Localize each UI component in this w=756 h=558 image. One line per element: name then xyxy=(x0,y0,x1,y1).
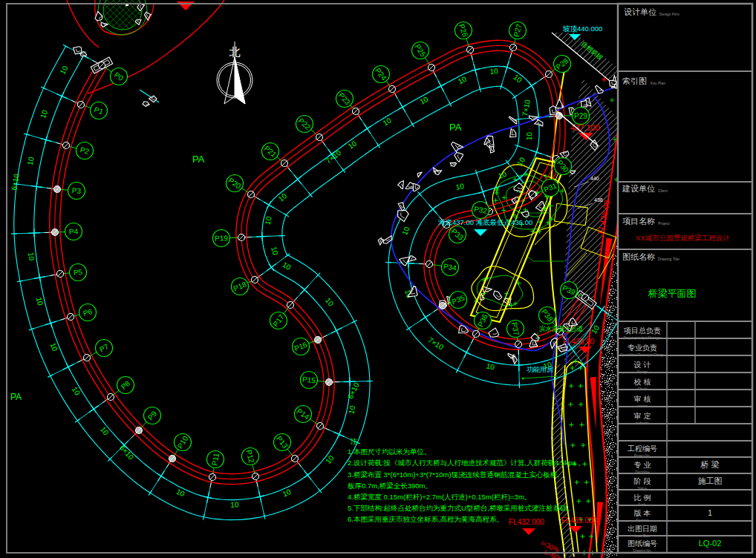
svg-text:XX城市公园景观桥梁工程设计: XX城市公园景观桥梁工程设计 xyxy=(636,234,730,242)
svg-text:authorize: authorize xyxy=(636,421,650,425)
svg-text:桥梁平面图: 桥梁平面图 xyxy=(648,288,697,299)
svg-text:图纸名称: 图纸名称 xyxy=(622,252,655,261)
svg-text:Project: Project xyxy=(658,221,670,226)
svg-text:Project principal Manager: Project principal Manager xyxy=(623,336,662,340)
svg-text:P5: P5 xyxy=(73,268,83,277)
svg-text:FL432.000: FL432.000 xyxy=(509,518,544,526)
svg-text:滨水混凝土步道: 滨水混凝土步道 xyxy=(539,325,584,332)
svg-text:Design Firm: Design Firm xyxy=(659,12,680,16)
svg-text:设计单位: 设计单位 xyxy=(624,7,656,16)
svg-text:5.下部结构:起终点处桥台均为重力式U型桥台,桥墩采用桩式灌: 5.下部结构:起终点处桥台均为重力式U型桥台,桥墩采用桩式灌注桩基础。 xyxy=(348,504,574,512)
svg-text:阶 段: 阶 段 xyxy=(634,477,651,485)
svg-text:1.本图尺寸均以米为单位。: 1.本图尺寸均以米为单位。 xyxy=(348,447,431,456)
svg-text:review: review xyxy=(637,404,648,408)
svg-text:施工图: 施工图 xyxy=(698,476,723,485)
svg-text:Project No.: Project No. xyxy=(634,454,651,458)
svg-text:Design: Design xyxy=(637,370,648,374)
svg-text:FL435.000: FL435.000 xyxy=(561,516,597,525)
svg-text:Check: Check xyxy=(638,387,648,391)
svg-text:功能用房: 功能用房 xyxy=(527,366,553,373)
svg-text:坡顶440.000: 坡顶440.000 xyxy=(562,24,602,33)
svg-text:设 计: 设 计 xyxy=(633,361,651,369)
svg-text:4.桥梁宽度 0.15m(栏杆)+2.7m(人行道)+0.1: 4.桥梁宽度 0.15m(栏杆)+2.7m(人行道)+0.15m(栏杆)=3m。 xyxy=(348,493,531,501)
svg-text:注:: 注: xyxy=(350,437,359,445)
svg-text:2.设计荷载:按《城市人行天桥与人行地道技术规范》计算,人群: 2.设计荷载:按《城市人行天桥与人行地道技术规范》计算,人群荷载4.5kpa 。 xyxy=(348,459,585,467)
svg-text:项目名称: 项目名称 xyxy=(622,217,655,226)
svg-text:审 定: 审 定 xyxy=(634,412,651,420)
svg-text:板厚0.7m,桥梁全长390m。: 板厚0.7m,桥梁全长390m。 xyxy=(348,482,432,490)
svg-text:10: 10 xyxy=(489,67,498,76)
svg-text:Drawing Title: Drawing Title xyxy=(658,257,680,261)
svg-text:校 核: 校 核 xyxy=(633,378,651,386)
svg-text:出图日期: 出图日期 xyxy=(628,525,657,533)
svg-text:10: 10 xyxy=(525,131,534,140)
svg-text:438: 438 xyxy=(594,197,603,203)
svg-text:Scale: Scale xyxy=(638,503,647,507)
svg-text:Client: Client xyxy=(658,188,668,193)
svg-text:P29: P29 xyxy=(574,112,587,120)
svg-text:比 例: 比 例 xyxy=(634,493,651,502)
svg-text:P19: P19 xyxy=(215,234,229,243)
svg-text:PA: PA xyxy=(449,122,462,133)
svg-text:Key Plan: Key Plan xyxy=(651,81,665,85)
svg-text:项目总负责: 项目总负责 xyxy=(623,326,661,335)
svg-text:Revision: Revision xyxy=(636,519,649,522)
svg-text:Specialized Person In Charge: Specialized Person In Charge xyxy=(620,353,665,357)
svg-text:1: 1 xyxy=(708,508,712,517)
svg-text:440: 440 xyxy=(590,176,599,181)
svg-text:工程编号: 工程编号 xyxy=(628,444,657,453)
svg-text:建设单位: 建设单位 xyxy=(622,184,655,193)
svg-text:专业负责: 专业负责 xyxy=(628,344,657,352)
svg-text:LQ-02: LQ-02 xyxy=(699,539,722,548)
svg-text:北: 北 xyxy=(229,45,241,58)
svg-text:P3: P3 xyxy=(71,186,81,195)
svg-text:滩底437.00 滩底最低点436.00: 滩底437.00 滩底最低点436.00 xyxy=(438,218,532,226)
svg-text:Drawing No.: Drawing No. xyxy=(633,549,652,553)
svg-text:Issue Date: Issue Date xyxy=(634,534,651,538)
svg-text:PA: PA xyxy=(192,154,205,165)
svg-text:桥 梁: 桥 梁 xyxy=(700,460,719,469)
svg-text:Discipline: Discipline xyxy=(635,470,650,474)
svg-text:P15: P15 xyxy=(302,375,316,385)
svg-text:6.本图采用重庆市独立坐标系,高程为黄海高程系。: 6.本图采用重庆市独立坐标系,高程为黄海高程系。 xyxy=(348,515,504,523)
svg-text:索引图: 索引图 xyxy=(622,76,647,85)
svg-text:版 本: 版 本 xyxy=(634,509,651,517)
svg-text:10: 10 xyxy=(27,252,36,261)
svg-text:3.桥梁布置 3*(6*10m)+3*(7*10m)现浇连续: 3.桥梁布置 3*(6*10m)+3*(7*10m)现浇连续普通钢筋混凝土实心板… xyxy=(348,470,559,479)
svg-text:Status: Status xyxy=(638,487,648,490)
svg-text:专 业: 专 业 xyxy=(634,461,651,469)
svg-text:P4: P4 xyxy=(69,227,79,235)
svg-text:10: 10 xyxy=(230,500,239,508)
svg-text:*: * xyxy=(602,75,607,89)
svg-text:437.100: 437.100 xyxy=(570,123,600,132)
svg-text:审 核: 审 核 xyxy=(634,395,651,403)
svg-text:PA: PA xyxy=(10,392,22,402)
svg-text:图纸编号: 图纸编号 xyxy=(628,539,657,548)
